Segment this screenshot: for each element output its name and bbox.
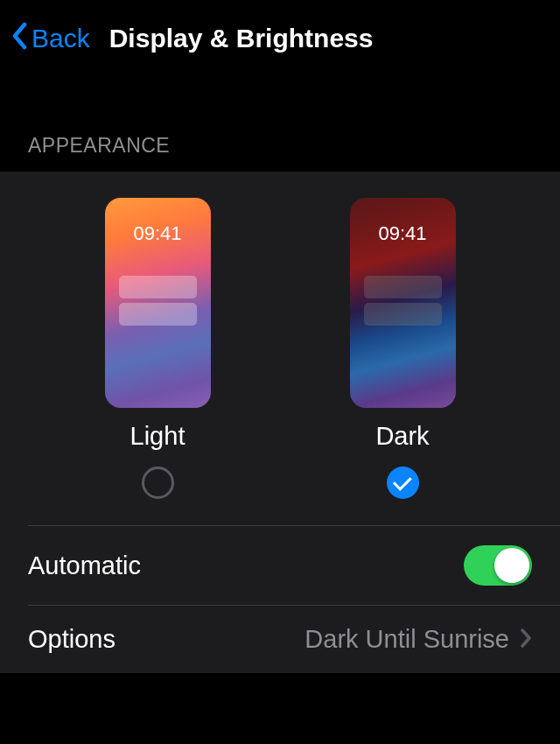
automatic-row: Automatic [0, 526, 560, 605]
preview-widgets [350, 245, 456, 326]
preview-widget [364, 303, 442, 326]
bottom-spacer [0, 673, 560, 701]
options-value: Dark Until Sunrise [304, 625, 509, 654]
options-value-container: Dark Until Sunrise [304, 625, 532, 654]
back-button[interactable]: Back [10, 22, 90, 55]
preview-time: 09:41 [105, 222, 211, 245]
preview-widget [119, 276, 197, 298]
appearance-option-light[interactable]: 09:41 Light [105, 198, 211, 499]
dark-preview-icon: 09:41 [350, 198, 456, 408]
preview-widget [119, 303, 197, 326]
options-label: Options [28, 625, 116, 654]
appearance-options-row: 09:41 Light 09:41 Dark [0, 172, 560, 525]
light-radio[interactable] [142, 467, 174, 499]
preview-widget [364, 276, 442, 298]
page-title: Display & Brightness [109, 24, 374, 53]
appearance-section-header: APPEARANCE [0, 77, 560, 172]
light-preview-icon: 09:41 [105, 198, 211, 408]
automatic-toggle[interactable] [464, 545, 532, 586]
light-label: Light [130, 422, 186, 451]
dark-label: Dark [375, 422, 429, 451]
chevron-left-icon [10, 22, 28, 55]
dark-radio[interactable] [387, 467, 419, 499]
toggle-knob [494, 548, 529, 583]
appearance-option-dark[interactable]: 09:41 Dark [350, 198, 456, 499]
preview-time: 09:41 [350, 222, 456, 245]
preview-widgets [105, 245, 211, 326]
chevron-right-icon [520, 626, 532, 654]
back-label: Back [32, 24, 90, 53]
appearance-section: 09:41 Light 09:41 Dark Automatic [0, 172, 560, 673]
automatic-label: Automatic [28, 551, 141, 580]
options-row[interactable]: Options Dark Until Sunrise [0, 606, 560, 673]
navigation-bar: Back Display & Brightness [0, 0, 560, 77]
